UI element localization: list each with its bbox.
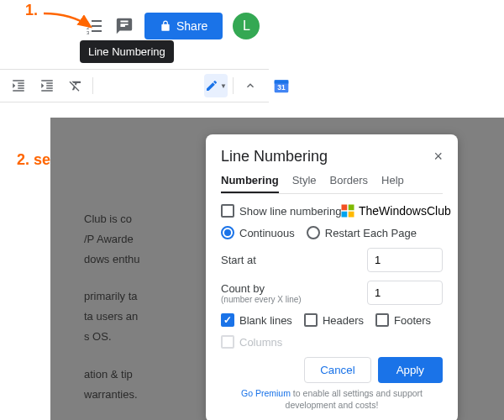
- continuous-radio[interactable]: [221, 226, 234, 239]
- share-label: Share: [176, 19, 207, 33]
- restart-label: Restart Each Page: [325, 227, 417, 239]
- top-toolbar: 123 Share L: [84, 13, 260, 39]
- dialog-tabs: Numbering Style Borders Help: [221, 174, 443, 194]
- doc-text: /P Awarde: [84, 233, 134, 245]
- svg-text:31: 31: [277, 83, 286, 92]
- doc-text: ation & tip: [84, 368, 133, 381]
- doc-text: Club is co: [84, 213, 132, 225]
- watermark: TheWindowsClub: [340, 203, 451, 218]
- watermark-text: TheWindowsClub: [359, 204, 451, 218]
- blank-lines-label: Blank lines: [239, 314, 292, 327]
- avatar[interactable]: L: [233, 13, 260, 39]
- doc-text: warranties.: [84, 388, 138, 401]
- comment-icon[interactable]: [114, 16, 134, 36]
- go-premium-link[interactable]: Go Premium: [241, 388, 291, 398]
- lock-icon: [160, 20, 171, 32]
- dialog-title: Line Numbering: [221, 148, 328, 165]
- annotation-1: 1.: [25, 2, 38, 19]
- chevron-down-icon: ▼: [220, 82, 227, 90]
- doc-text: ta users an: [84, 310, 138, 323]
- edit-mode-icon[interactable]: ▼: [204, 74, 228, 97]
- apply-button[interactable]: Apply: [378, 357, 443, 383]
- footers-checkbox[interactable]: [375, 313, 389, 327]
- columns-checkbox: [221, 335, 234, 349]
- windows-logo-icon: [340, 203, 355, 218]
- close-icon[interactable]: ×: [433, 148, 443, 165]
- restart-each-page-radio[interactable]: [307, 226, 320, 239]
- show-line-numbering-label: Show line numbering: [239, 205, 341, 218]
- headers-label: Headers: [323, 314, 364, 327]
- svg-rect-11: [342, 205, 348, 211]
- start-at-label: Start at: [221, 254, 360, 266]
- secondary-toolbar: ▼ 31: [0, 69, 269, 102]
- calendar-icon[interactable]: 31: [273, 77, 290, 94]
- start-at-input[interactable]: [367, 248, 443, 272]
- tooltip-line-numbering: Line Numbering: [80, 40, 174, 63]
- svg-rect-12: [349, 205, 354, 211]
- premium-text: Go Premium to enable all settings and su…: [221, 388, 443, 411]
- toolbar-divider: [233, 77, 234, 94]
- share-button[interactable]: Share: [144, 13, 223, 39]
- count-by-label: Count by: [221, 282, 360, 295]
- tab-numbering[interactable]: Numbering: [221, 174, 279, 193]
- svg-rect-14: [349, 212, 354, 218]
- doc-text: primarily ta: [84, 290, 138, 302]
- cancel-button[interactable]: Cancel: [304, 357, 371, 383]
- tab-help[interactable]: Help: [381, 174, 404, 193]
- line-numbering-dialog: Line Numbering × Numbering Style Borders…: [206, 134, 458, 420]
- blank-lines-checkbox[interactable]: [221, 313, 234, 327]
- footers-label: Footers: [394, 314, 431, 327]
- tab-borders[interactable]: Borders: [330, 174, 369, 193]
- premium-suffix: to enable all settings and support devel…: [286, 388, 423, 410]
- headers-checkbox[interactable]: [304, 313, 318, 327]
- doc-text: dows enthu: [84, 253, 140, 265]
- clear-format-icon[interactable]: [64, 74, 87, 97]
- arrow-1: [42, 12, 101, 37]
- svg-rect-13: [342, 212, 348, 218]
- indent-icon[interactable]: [35, 74, 59, 97]
- expand-icon[interactable]: [239, 74, 262, 97]
- show-line-numbering-checkbox[interactable]: [221, 204, 234, 218]
- toolbar-divider: [92, 77, 93, 94]
- outdent-icon[interactable]: [7, 74, 30, 97]
- columns-label: Columns: [239, 336, 282, 349]
- count-by-input[interactable]: [367, 281, 443, 305]
- continuous-label: Continuous: [239, 227, 295, 239]
- doc-text: s OS.: [84, 330, 112, 343]
- tab-style[interactable]: Style: [292, 174, 317, 193]
- count-by-sublabel: (number every X line): [221, 295, 360, 304]
